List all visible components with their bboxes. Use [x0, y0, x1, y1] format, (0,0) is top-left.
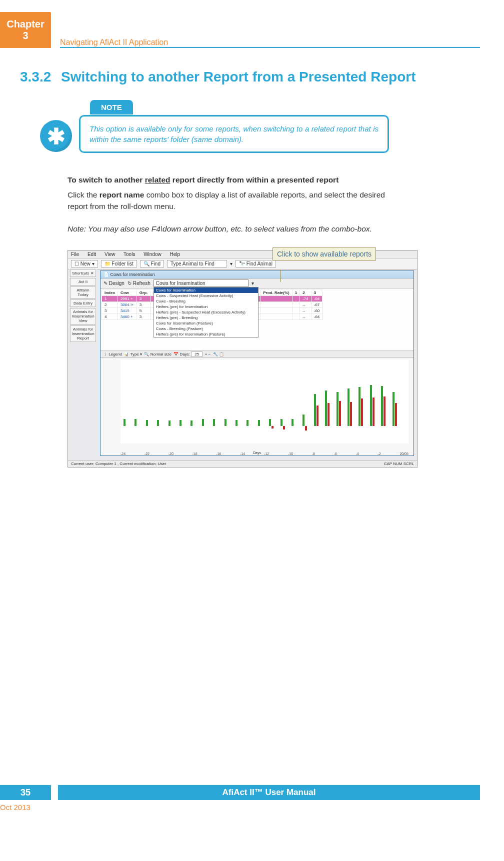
chart-bar — [202, 419, 204, 426]
chart-bar — [339, 401, 341, 426]
app-screenshot: File Edit View Tools Window Help ☐ New ▾… — [68, 250, 418, 468]
find-button[interactable]: 🔍 Find — [140, 260, 164, 268]
chart-xlabel: Days — [100, 451, 414, 454]
report-name-combo[interactable]: Cows for Insemination Cows for Inseminat… — [154, 280, 248, 287]
dropdown-item[interactable]: Heifers (pre) for Insemination — [154, 304, 258, 310]
dropdown-item[interactable]: Cows for Insemination (Pasture) — [154, 320, 258, 326]
asterisk-icon: ✱ — [40, 120, 72, 152]
chart-bar — [358, 387, 360, 426]
chart-bar — [246, 420, 248, 426]
chart-bar — [325, 390, 327, 426]
sidebar-item-insemination-view[interactable]: Animals for Insemination View — [70, 308, 96, 324]
chart-bar — [168, 420, 170, 426]
col-cow: Cow — [118, 290, 136, 296]
chart-bar — [134, 419, 136, 426]
chart-bar — [384, 396, 386, 426]
footer-bar: 35 AfiAct II™ User Manual — [0, 785, 504, 800]
col-index: Index — [102, 290, 118, 296]
sidebar-item-afifarm-today[interactable]: Afifarm Today — [70, 286, 96, 298]
status-bar: Current user: Computer 1 , Current modif… — [68, 460, 417, 467]
combo-arrow-icon[interactable]: ▾ — [252, 280, 254, 286]
footer-date: Oct 2013 — [0, 803, 30, 812]
type-animal-input[interactable]: Type Animal to Find — [167, 260, 227, 268]
chapter-tab: Chapter 3 — [0, 12, 51, 48]
dropdown-item[interactable]: Cows for Insemination — [154, 288, 258, 293]
note-text: This option is available only for some r… — [79, 115, 389, 153]
chart-toolbar: ⋮ Legend 📊 Type ▾ 🔍 Normal size 📅 Days: … — [100, 351, 414, 358]
chart-bar — [283, 426, 285, 430]
chart-bar — [348, 388, 350, 426]
report-dropdown-list[interactable]: Cows for Insemination Cows - Suspected H… — [154, 287, 258, 338]
menu-help[interactable]: Help — [170, 252, 180, 257]
chart-bar — [236, 420, 238, 426]
dropdown-item[interactable]: Heifers (pre) for Insemination (Pasture) — [154, 332, 258, 337]
note-label: NOTE — [90, 100, 133, 114]
refresh-button[interactable]: ↻ Refresh — [128, 280, 150, 286]
chart-bar — [146, 420, 148, 426]
chart-plot — [120, 360, 408, 444]
menu-window[interactable]: Window — [144, 252, 162, 257]
dropdown-icon[interactable]: ▾ — [230, 261, 232, 266]
chart-bar — [316, 406, 318, 426]
new-button[interactable]: ☐ New ▾ — [71, 260, 98, 268]
chart-bar — [361, 398, 363, 426]
dropdown-item[interactable]: Heifers (pre) - Suspected Heat (Excessiv… — [154, 310, 258, 315]
chart-bar — [280, 419, 282, 426]
dropdown-item[interactable]: Cows - Breeding (Pasture) — [154, 326, 258, 332]
footer-title: AfiAct II™ User Manual — [58, 785, 480, 800]
chapter-number: 3 — [0, 30, 51, 42]
chart-bar — [305, 426, 307, 430]
note-area: ✱ NOTE This option is available only for… — [40, 100, 389, 153]
chapter-word: Chapter — [0, 18, 51, 30]
app-sidebar: Shortcuts ✕ Act II Afifarm Today Data En… — [69, 268, 97, 458]
chart-area: ⋮ Legend 📊 Type ▾ 🔍 Normal size 📅 Days: … — [100, 350, 414, 456]
col-3: 3 — [311, 290, 322, 296]
folder-list-button[interactable]: 📁 Folder list — [101, 260, 137, 268]
callout-bubble: Click to show available reports — [272, 248, 376, 260]
col-1: 1 — [292, 290, 300, 296]
chart-bar — [224, 419, 226, 426]
section-number: 3.3.2 — [20, 69, 51, 85]
chart-bar — [372, 398, 374, 426]
chart-bar — [350, 402, 352, 426]
chart-bar — [213, 419, 215, 426]
menu-view[interactable]: View — [104, 252, 116, 257]
section-title: Switching to another Report from a Prese… — [61, 69, 416, 84]
chart-bar — [392, 392, 394, 426]
chart-bar — [272, 426, 274, 428]
dropdown-item[interactable]: Cows - Breeding — [154, 298, 258, 304]
chart-bar — [302, 414, 304, 426]
status-right: CAP NUM SCRL — [384, 462, 414, 466]
col-grp: Grp. — [136, 290, 150, 296]
breadcrumb-bar: Navigating AfiAct II Application — [60, 38, 480, 48]
instruction-heading: To switch to another related report dire… — [68, 174, 404, 186]
dropdown-item[interactable]: Heifers (pre) - Breeding — [154, 315, 258, 320]
callout-arrow — [280, 270, 280, 282]
chart-bar — [336, 392, 338, 426]
inner-toolbar: ✎ Design ↻ Refresh Cows for Insemination… — [100, 278, 414, 288]
chart-bar — [124, 419, 126, 426]
dropdown-item[interactable]: Cows - Suspected Heat (Excessive Activit… — [154, 293, 258, 298]
chart-bar — [292, 419, 294, 426]
instruction-note: Note: You may also use F4\down arrow but… — [68, 223, 404, 234]
design-button[interactable]: ✎ Design — [104, 280, 124, 286]
page-number: 35 — [0, 785, 51, 800]
col-rate: Prod. Rate(%) — [260, 290, 292, 296]
instruction-body: Click the report name combo box to displ… — [68, 189, 404, 212]
chart-bar — [258, 420, 260, 426]
col-2: 2 — [300, 290, 312, 296]
chart-bar — [269, 419, 271, 426]
chart-bar — [395, 403, 397, 426]
days-input[interactable]: 25 — [191, 352, 202, 357]
sidebar-item-data-entry[interactable]: Data Entry — [70, 300, 96, 307]
menu-file[interactable]: File — [71, 252, 79, 257]
menu-edit[interactable]: Edit — [88, 252, 96, 257]
sidebar-item-insemination-report[interactable]: Animals for Insemination Report — [70, 326, 96, 342]
find-animal-button[interactable]: 🔭 Find Animal — [236, 260, 276, 268]
status-left: Current user: Computer 1 , Current modif… — [71, 462, 166, 466]
chart-bar — [381, 386, 383, 426]
chart-bar — [157, 420, 159, 426]
breadcrumb: Navigating AfiAct II Application — [60, 38, 168, 46]
actii-header: Act II — [70, 278, 96, 286]
menu-tools[interactable]: Tools — [124, 252, 135, 257]
